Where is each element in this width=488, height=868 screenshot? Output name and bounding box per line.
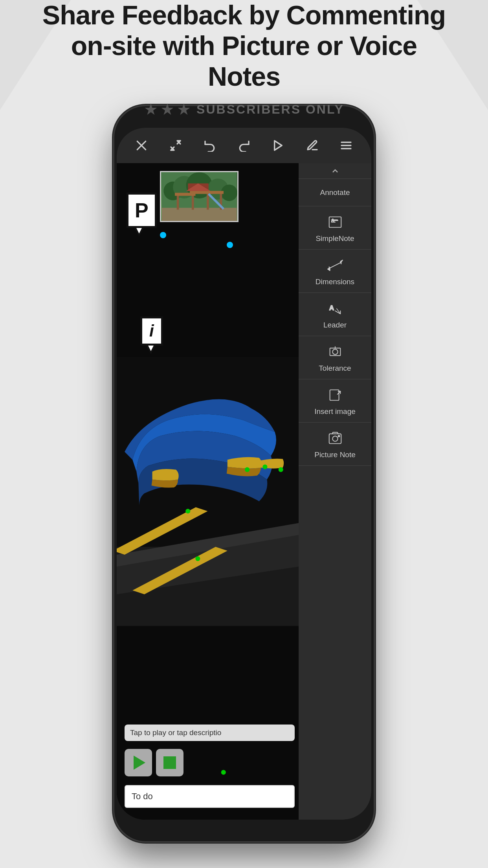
stop-media-button[interactable] <box>156 749 183 776</box>
media-buttons <box>125 749 183 776</box>
panel-simple-note-label: SimpleNote <box>316 234 354 243</box>
svg-point-28 <box>195 556 200 561</box>
3d-viewport[interactable]: P i Tap to play <box>117 163 299 820</box>
star-2: ★ <box>160 100 174 118</box>
todo-text: To do <box>132 791 153 801</box>
annotation-p-text: P <box>135 199 149 222</box>
svg-marker-2 <box>274 141 282 150</box>
annotation-i-text: i <box>149 322 154 340</box>
annotation-tail-inner <box>136 228 142 234</box>
star-1: ★ <box>144 100 158 118</box>
stars: ★ ★ ★ <box>144 100 191 118</box>
insert-image-icon <box>326 386 344 404</box>
header-area: Share Feedback by Commenting on-site wit… <box>0 0 488 110</box>
subscribers-row: ★ ★ ★ SUBSCRIBERS ONLY <box>144 100 344 118</box>
simple-note-icon: A— <box>326 213 344 231</box>
phone-container: P i Tap to play <box>114 106 374 841</box>
svg-text:A—: A— <box>331 218 338 222</box>
dimensions-icon <box>326 256 344 274</box>
play-triangle-icon <box>134 756 145 770</box>
panel-item-dimensions[interactable]: Dimensions <box>299 250 371 293</box>
panel-tolerance-label: Tolerance <box>319 364 351 373</box>
annotation-box-i: i <box>140 316 163 346</box>
svg-point-25 <box>279 467 283 472</box>
svg-rect-44 <box>330 390 339 400</box>
annotation-i-tail-inner <box>148 346 154 351</box>
audio-bar[interactable]: Tap to play or tap descriptio <box>125 725 295 741</box>
annotation-i[interactable]: i <box>140 316 163 346</box>
panel-insert-image-label: Insert image <box>314 407 356 416</box>
panel-item-simple-note[interactable]: A— SimpleNote <box>299 206 371 250</box>
star-3: ★ <box>177 100 191 118</box>
svg-rect-13 <box>177 195 179 210</box>
content-area: P i Tap to play <box>117 163 371 820</box>
subscribers-label: SUBSCRIBERS ONLY <box>196 102 344 117</box>
panel-item-picture-note[interactable]: Picture Note <box>299 423 371 466</box>
svg-marker-38 <box>340 260 343 263</box>
svg-rect-12 <box>162 208 237 221</box>
stop-square-icon <box>163 756 176 769</box>
svg-point-27 <box>185 509 190 513</box>
tolerance-icon <box>326 343 344 361</box>
panel-leader-label: Leader <box>323 321 347 329</box>
redo-button[interactable] <box>233 135 255 156</box>
right-panel: Annotate A— SimpleNote <box>299 163 371 820</box>
panel-item-leader[interactable]: A Leader <box>299 293 371 336</box>
svg-text:A: A <box>329 303 334 311</box>
annotation-box-p: P <box>127 193 157 228</box>
svg-line-34 <box>329 262 341 268</box>
panel-annotate-label: Annotate <box>320 188 350 197</box>
todo-input[interactable]: To do <box>125 785 295 808</box>
leader-icon: A <box>326 300 344 318</box>
annotation-p[interactable]: P <box>127 193 157 228</box>
menu-button[interactable] <box>336 135 357 156</box>
svg-point-48 <box>332 436 338 441</box>
phone-frame: P i Tap to play <box>114 106 374 841</box>
svg-marker-37 <box>327 267 330 270</box>
svg-point-26 <box>245 467 250 472</box>
svg-point-42 <box>332 349 338 354</box>
panel-collapse-button[interactable] <box>299 163 371 179</box>
svg-point-24 <box>262 465 267 469</box>
panel-item-tolerance[interactable]: Tolerance <box>299 336 371 379</box>
play-media-button[interactable] <box>125 749 152 776</box>
handle-dot-1 <box>160 232 166 238</box>
close-button[interactable] <box>131 135 152 156</box>
picture-note-icon <box>326 429 344 447</box>
panel-item-insert-image[interactable]: Insert image <box>299 379 371 423</box>
panel-item-annotate[interactable]: Annotate <box>299 179 371 206</box>
pencil-button[interactable] <box>301 135 323 156</box>
toolbar <box>117 128 371 163</box>
phone-screen: P i Tap to play <box>117 128 371 820</box>
svg-point-29 <box>221 770 226 775</box>
panel-picture-note-label: Picture Note <box>314 451 356 459</box>
svg-point-49 <box>338 435 339 437</box>
audio-bar-text: Tap to play or tap descriptio <box>130 728 221 737</box>
header-title: Share Feedback by Commenting on-site wit… <box>31 0 457 92</box>
expand-button[interactable] <box>165 135 187 156</box>
panel-dimensions-label: Dimensions <box>316 278 354 286</box>
handle-dot-2 <box>227 242 233 248</box>
undo-button[interactable] <box>199 135 221 156</box>
photo-thumbnail[interactable] <box>160 171 238 222</box>
svg-rect-18 <box>190 191 224 194</box>
photo-content <box>161 172 237 221</box>
play-button[interactable] <box>267 135 289 156</box>
